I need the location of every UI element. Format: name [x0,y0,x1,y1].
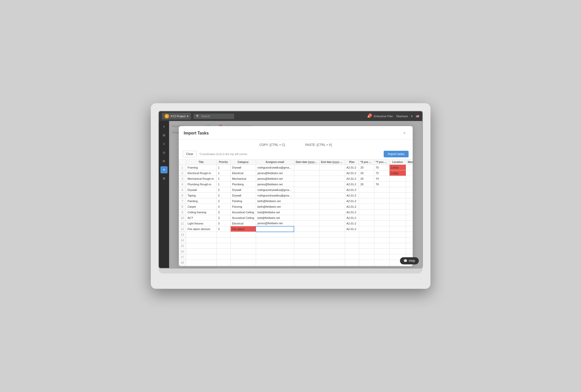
cell-category[interactable]: Drywall [230,193,256,198]
cell-ypos[interactable]: 72 [374,170,389,176]
cell-category[interactable]: Acoustical Ceiling [230,215,256,221]
cell-end[interactable] [319,209,345,215]
cell-xpos[interactable]: 20 [359,182,374,187]
empty-cell[interactable] [359,232,374,237]
cell-start[interactable] [294,204,319,209]
cell-start[interactable] [294,209,319,215]
cell-start[interactable] [294,226,319,232]
sidebar-icon-menu[interactable]: ≡ [160,123,168,130]
sidebar-icon-grid[interactable]: ⊞ [160,132,168,139]
empty-cell[interactable] [294,237,319,243]
empty-cell[interactable] [230,260,256,265]
cell-priority[interactable]: 3 [216,204,230,209]
empty-cell[interactable] [256,249,294,254]
cell-end[interactable] [319,198,345,204]
cell-xpos[interactable] [359,215,374,221]
notification-bell[interactable]: 🔔 3 [367,115,371,118]
empty-cell[interactable] [294,260,319,265]
cell-assignee[interactable]: bob@fieldwire.net [256,215,294,221]
cell-start[interactable] [294,170,319,176]
cell-xpos[interactable] [359,226,374,232]
empty-cell[interactable] [374,254,389,260]
cell-xpos[interactable] [359,187,374,193]
empty-cell[interactable] [256,232,294,237]
cell-priority[interactable]: 3 [216,215,230,221]
cell-location[interactable] [389,182,406,187]
cell-ypos[interactable] [374,215,389,221]
cell-category[interactable]: Electrical [230,221,256,226]
empty-cell[interactable] [389,243,406,249]
cell-manpower[interactable] [406,226,413,232]
cell-ypos[interactable]: 76 [374,182,389,187]
cell-title[interactable]: Electrical Rough-in [186,170,216,176]
empty-cell[interactable] [216,237,230,243]
cell-ypos[interactable] [374,198,389,204]
empty-cell[interactable] [319,265,345,266]
empty-cell[interactable] [319,249,345,254]
empty-cell[interactable] [359,254,374,260]
empty-cell[interactable] [186,237,216,243]
cell-end[interactable] [319,176,345,182]
cell-xpos[interactable]: 20 [359,165,374,170]
cell-plan[interactable]: A2.01-2 [345,165,359,170]
empty-cell[interactable] [374,249,389,254]
cell-assignee[interactable]: rodriguezdrywallca@gmail.com [256,187,294,193]
empty-cell[interactable] [406,232,413,237]
empty-cell[interactable] [345,237,359,243]
cell-category[interactable]: Drywall [230,187,256,193]
cell-category[interactable]: Flooring [230,204,256,209]
empty-cell[interactable] [186,265,216,266]
empty-cell[interactable] [230,232,256,237]
empty-cell[interactable] [319,237,345,243]
cell-ypos[interactable] [374,226,389,232]
cell-ypos[interactable]: 70 [374,165,389,170]
cell-xpos[interactable]: 20 [359,176,374,182]
empty-cell[interactable] [256,260,294,265]
cell-manpower[interactable] [406,165,413,170]
empty-cell[interactable] [359,243,374,249]
cell-category[interactable]: Electrical [230,170,256,176]
empty-cell[interactable] [230,237,256,243]
search-bar[interactable]: 🔍 Search [193,114,234,119]
cell-location[interactable] [389,209,406,215]
cell-location[interactable] [389,215,406,221]
empty-cell[interactable] [389,237,406,243]
empty-cell[interactable] [186,254,216,260]
cell-title[interactable]: Framing [186,165,216,170]
cell-assignee[interactable]: rodriguezdrywallca@gmail.com [256,165,294,170]
empty-cell[interactable] [319,260,345,265]
cell-ypos[interactable] [374,221,389,226]
cell-category[interactable]: Drywall [230,165,256,170]
cell-category[interactable]: Painting [230,198,256,204]
cell-assignee[interactable]: james@fieldwire.net [256,176,294,182]
cell-priority[interactable]: 2 [216,187,230,193]
empty-cell[interactable] [216,243,230,249]
empty-cell[interactable] [186,249,216,254]
cell-title[interactable]: ACT [186,215,216,221]
empty-cell[interactable] [389,232,406,237]
cell-priority[interactable]: 3 [216,226,230,232]
cell-title[interactable]: Mechanical Rough-in [186,176,216,182]
sidebar-icon-target[interactable]: ◎ [160,149,168,156]
cell-ypos[interactable] [374,193,389,198]
empty-cell[interactable] [186,232,216,237]
cell-xpos[interactable] [359,193,374,198]
cell-start[interactable] [294,198,319,204]
empty-cell[interactable] [216,249,230,254]
cell-start[interactable] [294,193,319,198]
empty-cell[interactable] [374,243,389,249]
cell-category[interactable]: Acoustical Ceiling [230,209,256,215]
empty-cell[interactable] [294,254,319,260]
cell-xpos[interactable] [359,198,374,204]
cell-ypos[interactable] [374,204,389,209]
cell-plan[interactable]: A2.01-2 [345,198,359,204]
cell-manpower[interactable] [406,204,413,209]
cell-start[interactable] [294,187,319,193]
cell-plan[interactable]: A2.01-2 [345,182,359,187]
empty-cell[interactable] [389,249,406,254]
empty-cell[interactable] [230,265,256,266]
cell-category[interactable]: Fire alarm [230,226,256,232]
cell-title[interactable]: Painting [186,198,216,204]
cell-assignee[interactable] [256,226,294,232]
cell-location[interactable] [389,193,406,198]
